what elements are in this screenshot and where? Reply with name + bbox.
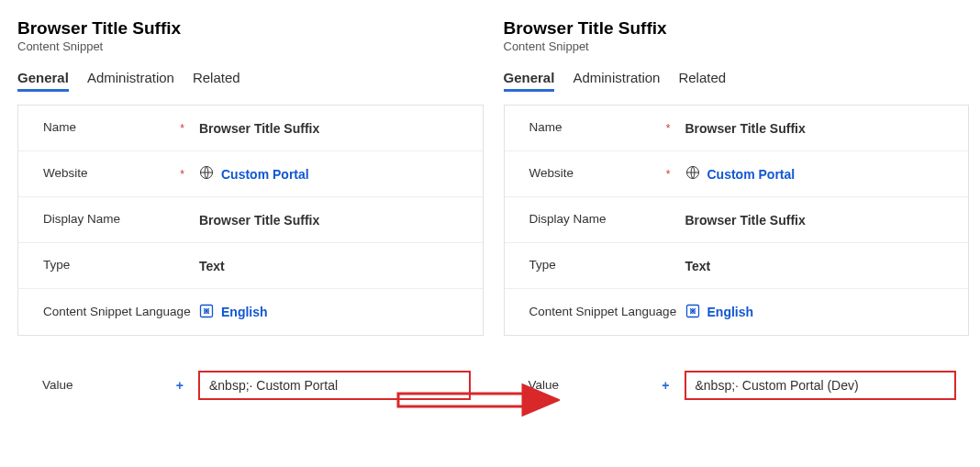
- tabs: General Administration Related: [504, 70, 970, 92]
- website-link-text: Custom Portal: [707, 167, 796, 182]
- field-label-display-name: Display Name: [529, 212, 685, 228]
- field-label-name: Name *: [43, 120, 199, 136]
- csl-link-text: English: [707, 305, 754, 319]
- tabs: General Administration Related: [17, 70, 484, 92]
- field-row-type: Type Text: [18, 243, 483, 289]
- arrow-icon: [395, 384, 560, 417]
- field-value-csl[interactable]: English: [199, 304, 470, 321]
- language-icon: [685, 304, 700, 321]
- field-row-type: Type Text: [505, 243, 969, 289]
- entity-type-label: Content Snippet: [504, 39, 970, 53]
- plus-marker: +: [176, 378, 184, 395]
- field-label-csl: Content Snippet Language: [43, 305, 199, 320]
- field-value-type[interactable]: Text: [199, 259, 470, 273]
- field-row-content-snippet-language: Content Snippet Language English: [505, 289, 969, 335]
- field-value-type[interactable]: Text: [685, 259, 956, 273]
- field-value-website[interactable]: Custom Portal: [199, 165, 470, 183]
- globe-icon: [685, 165, 700, 183]
- tab-general[interactable]: General: [504, 70, 555, 92]
- general-form: Name * Browser Title Suffix Website *: [504, 105, 970, 336]
- required-marker: *: [666, 168, 671, 182]
- field-row-website: Website * Custom Portal: [505, 151, 969, 197]
- globe-icon: [199, 165, 214, 183]
- field-label-name: Name *: [529, 120, 685, 136]
- tab-related[interactable]: Related: [193, 70, 240, 92]
- entity-type-label: Content Snippet: [17, 39, 484, 53]
- field-row-website: Website * Custom Portal: [18, 151, 483, 197]
- field-label-display-name: Display Name: [43, 212, 199, 228]
- field-row-name: Name * Browser Title Suffix: [18, 106, 483, 151]
- page-title: Browser Title Suffix: [504, 18, 970, 39]
- language-icon: [199, 304, 214, 321]
- field-value-csl[interactable]: English: [685, 304, 956, 321]
- field-label-csl: Content Snippet Language: [529, 305, 685, 320]
- field-label-value: Value +: [42, 378, 198, 394]
- csl-link-text: English: [221, 305, 268, 319]
- field-value-name[interactable]: Browser Title Suffix: [685, 121, 956, 136]
- field-label-type: Type: [43, 258, 199, 273]
- general-form: Name * Browser Title Suffix Website *: [17, 105, 484, 336]
- required-marker: *: [666, 122, 671, 136]
- field-label-type: Type: [529, 258, 685, 273]
- field-row-display-name: Display Name Browser Title Suffix: [505, 197, 969, 243]
- tab-administration[interactable]: Administration: [87, 70, 174, 92]
- svg-marker-9: [523, 385, 558, 415]
- plus-marker: +: [662, 378, 669, 395]
- tab-related[interactable]: Related: [678, 70, 726, 92]
- field-row-name: Name * Browser Title Suffix: [505, 106, 969, 151]
- field-row-display-name: Display Name Browser Title Suffix: [18, 197, 483, 243]
- value-section: Value + &nbsp;· Custom Portal (Dev): [504, 371, 970, 400]
- field-label-website: Website *: [529, 166, 685, 182]
- tab-general[interactable]: General: [17, 70, 69, 92]
- value-input[interactable]: &nbsp;· Custom Portal (Dev): [685, 371, 957, 400]
- field-label-website: Website *: [43, 166, 199, 182]
- required-marker: *: [180, 122, 184, 136]
- field-row-value: Value + &nbsp;· Custom Portal (Dev): [504, 371, 970, 400]
- website-link-text: Custom Portal: [221, 167, 309, 182]
- right-panel: Browser Title Suffix Content Snippet Gen…: [495, 0, 981, 467]
- field-value-display-name[interactable]: Browser Title Suffix: [685, 213, 956, 228]
- field-row-content-snippet-language: Content Snippet Language English: [18, 289, 483, 335]
- required-marker: *: [180, 168, 184, 182]
- field-value-name[interactable]: Browser Title Suffix: [199, 121, 470, 136]
- tab-administration[interactable]: Administration: [573, 70, 660, 92]
- field-value-website[interactable]: Custom Portal: [685, 165, 956, 183]
- svg-rect-8: [398, 394, 525, 406]
- page-title: Browser Title Suffix: [17, 18, 484, 39]
- field-value-display-name[interactable]: Browser Title Suffix: [199, 213, 470, 228]
